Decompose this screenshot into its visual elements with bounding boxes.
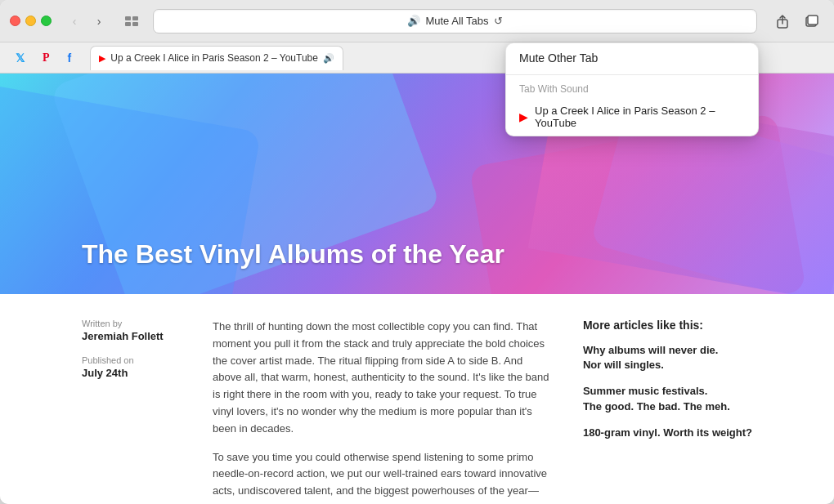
refresh-icon: ↺	[494, 15, 503, 27]
content-area: The Best Vinyl Albums of the Year Writte…	[0, 74, 834, 504]
article-body: Written by Jeremiah Follett Published on…	[0, 294, 834, 504]
svg-rect-0	[125, 16, 131, 20]
youtube-tab-label: Up a Creek I Alice in Paris Season 2 – Y…	[535, 105, 745, 129]
youtube-tab-item[interactable]: ▶ Up a Creek I Alice in Paris Season 2 –…	[506, 98, 758, 136]
tab-with-sound-header: Tab With Sound	[506, 77, 758, 98]
svg-rect-3	[132, 22, 138, 26]
browser-window: ‹ › 🔊 Mute All Tabs ↺	[0, 0, 834, 504]
svg-rect-2	[125, 22, 131, 26]
sidebar-article-title-3: 180-gram vinyl. Worth its weight?	[583, 426, 752, 440]
bookmark-twitter[interactable]: 𝕏	[10, 49, 30, 67]
svg-rect-1	[132, 16, 138, 20]
close-button[interactable]	[10, 16, 20, 26]
nav-buttons: ‹ ›	[63, 10, 110, 33]
traffic-lights	[10, 16, 52, 26]
author-name: Jeremiah Follett	[82, 330, 180, 342]
forward-button[interactable]: ›	[87, 10, 110, 33]
youtube-tab-icon: ▶	[99, 53, 105, 64]
title-bar: ‹ › 🔊 Mute All Tabs ↺	[0, 0, 834, 42]
published-label: Published on	[82, 355, 180, 365]
svg-rect-6	[808, 16, 818, 25]
minimize-button[interactable]	[25, 16, 36, 26]
article-paragraph-1: The thrill of hunting down the most coll…	[213, 319, 550, 438]
twitter-icon: 𝕏	[16, 51, 25, 65]
article-text: The thrill of hunting down the most coll…	[213, 319, 550, 504]
youtube-menu-icon: ▶	[519, 110, 528, 123]
written-by-label: Written by	[82, 319, 180, 328]
sidebar-title: More articles like this:	[583, 319, 752, 332]
address-bar[interactable]: 🔊 Mute All Tabs ↺	[153, 9, 757, 33]
share-button[interactable]	[770, 9, 795, 33]
toolbar-right	[770, 9, 824, 33]
sidebar-article-title-1: Why albums will never die. Nor will sing…	[583, 343, 752, 372]
active-tab[interactable]: ▶ Up a Creek I Alice in Paris Season 2 –…	[90, 46, 343, 70]
article-paragraph-2: To save you time you could otherwise spe…	[213, 449, 550, 504]
publish-date: July 24th	[82, 367, 180, 379]
address-text: Mute All Tabs	[425, 15, 488, 27]
article-meta: Written by Jeremiah Follett Published on…	[82, 319, 180, 504]
tab-view-button[interactable]	[120, 10, 143, 33]
sound-icon: 🔊	[407, 15, 420, 27]
menu-divider	[506, 74, 758, 75]
bookmark-facebook[interactable]: f	[62, 49, 78, 67]
bookmark-pinterest[interactable]: P	[37, 49, 56, 67]
sidebar-article-title-2: Summer music festivals. The good. The ba…	[583, 384, 752, 413]
sidebar-articles: More articles like this: Why albums will…	[583, 319, 752, 504]
tab-title: Up a Creek I Alice in Paris Season 2 – Y…	[110, 52, 318, 64]
mute-other-tab-label: Mute Other Tab	[519, 51, 598, 65]
sidebar-article-2[interactable]: Summer music festivals. The good. The ba…	[583, 384, 752, 413]
dropdown-menu: Mute Other Tab Tab With Sound ▶ Up a Cre…	[505, 42, 759, 136]
maximize-button[interactable]	[41, 16, 52, 26]
sidebar-article-3[interactable]: 180-gram vinyl. Worth its weight?	[583, 426, 752, 440]
tab-sound-icon: 🔊	[323, 53, 334, 64]
sidebar-article-1[interactable]: Why albums will never die. Nor will sing…	[583, 343, 752, 372]
back-button[interactable]: ‹	[63, 10, 86, 33]
facebook-icon: f	[68, 51, 72, 65]
hero-title: The Best Vinyl Albums of the Year	[82, 239, 504, 270]
tabs-button[interactable]	[800, 9, 824, 33]
pinterest-icon: P	[43, 51, 50, 65]
mute-other-tab-item[interactable]: Mute Other Tab	[506, 43, 758, 73]
